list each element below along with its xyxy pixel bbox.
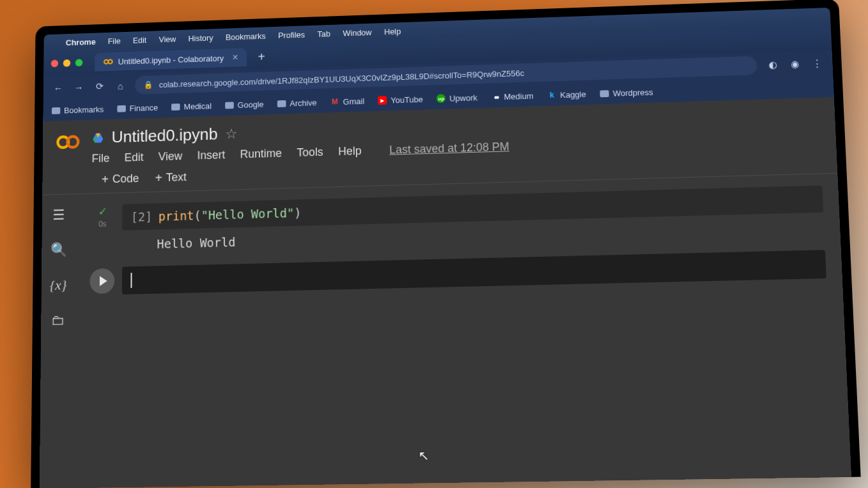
tab-title: Untitled0.ipynb - Colaboratory xyxy=(118,53,224,66)
colab-logo-icon[interactable] xyxy=(55,129,81,156)
folder-icon xyxy=(225,102,234,109)
cell-gutter: ✓ 0s xyxy=(90,204,115,229)
colab-app: Untitled0.ipynb ☆ File Edit View Insert … xyxy=(40,97,851,488)
files-icon[interactable]: 🗀 xyxy=(51,312,65,329)
profile-icon[interactable]: ◉ xyxy=(788,58,802,70)
drive-icon xyxy=(92,132,104,144)
new-tab-button[interactable]: + xyxy=(253,49,270,64)
svg-point-1 xyxy=(108,59,112,64)
macos-menu-view[interactable]: View xyxy=(159,34,176,43)
play-icon xyxy=(99,276,107,286)
tab-close-button[interactable]: × xyxy=(233,52,238,63)
bookmark-google[interactable]: Google xyxy=(225,100,263,110)
colab-menu-help[interactable]: Help xyxy=(338,144,362,158)
bookmark-label: Kaggle xyxy=(560,89,586,100)
bookmark-label: Gmail xyxy=(343,96,364,107)
home-button[interactable]: ⌂ xyxy=(114,80,127,91)
add-text-button[interactable]: +Text xyxy=(155,170,187,185)
upwork-icon: up xyxy=(437,94,446,103)
browser-tab[interactable]: Untitled0.ipynb - Colaboratory × xyxy=(95,48,247,72)
macos-menu-bookmarks[interactable]: Bookmarks xyxy=(226,31,266,42)
add-code-button[interactable]: +Code xyxy=(102,171,139,187)
add-text-label: Text xyxy=(166,171,187,184)
youtube-icon: ▶ xyxy=(378,96,387,105)
macos-app-name[interactable]: Chrome xyxy=(66,37,96,47)
bookmark-label: Finance xyxy=(130,103,159,113)
macos-menu-tab[interactable]: Tab xyxy=(317,29,330,38)
colab-menu-view[interactable]: View xyxy=(159,149,182,163)
bookmark-label: Upwork xyxy=(449,93,477,103)
folder-icon xyxy=(600,90,609,97)
bookmark-finance[interactable]: Finance xyxy=(117,103,158,113)
left-sidebar: ☰ 🔍 {x} 🗀 xyxy=(40,194,75,488)
search-icon[interactable]: 🔍 xyxy=(50,242,66,259)
text-cursor xyxy=(130,273,132,288)
bookmark-label: YouTube xyxy=(391,95,423,105)
code-cell-empty[interactable] xyxy=(89,250,826,295)
table-of-contents-icon[interactable]: ☰ xyxy=(52,207,65,224)
url-text: colab.research.google.com/drive/1RJf82qI… xyxy=(159,68,524,89)
code-cell-executed[interactable]: ✓ 0s [2] print("Hello World") Hello Worl… xyxy=(90,185,825,255)
bookmark-label: Medium xyxy=(504,91,533,101)
bookmark-medical[interactable]: Medical xyxy=(171,101,212,111)
notebook-area: ✓ 0s [2] print("Hello World") Hello Worl… xyxy=(74,174,851,488)
macos-menu-history[interactable]: History xyxy=(188,33,213,43)
bookmark-kaggle[interactable]: kKaggle xyxy=(547,89,586,100)
window-minimize-button[interactable] xyxy=(63,59,71,67)
kaggle-icon: k xyxy=(547,91,556,100)
bookmark-label: Archive xyxy=(290,98,316,108)
window-close-button[interactable] xyxy=(51,60,59,68)
bookmark-label: Medical xyxy=(184,101,212,111)
run-cell-button[interactable] xyxy=(89,268,114,294)
last-saved-status: Last saved at 12:08 PM xyxy=(389,141,509,157)
bookmark-label: Google xyxy=(238,100,264,110)
lock-icon: 🔒 xyxy=(144,80,153,89)
bookmark-upwork[interactable]: upUpwork xyxy=(437,93,477,103)
execution-count: [2] xyxy=(131,210,152,224)
folder-icon xyxy=(117,105,125,112)
traffic-lights xyxy=(51,59,83,67)
bookmark-gmail[interactable]: MGmail xyxy=(330,96,364,107)
bookmark-bookmarks[interactable]: Bookmarks xyxy=(52,104,104,115)
plus-icon: + xyxy=(102,172,109,187)
more-icon[interactable]: ⋮ xyxy=(810,57,823,69)
check-icon: ✓ xyxy=(98,204,107,218)
folder-icon xyxy=(277,100,286,107)
variables-icon[interactable]: {x} xyxy=(50,277,67,293)
macos-menu-edit[interactable]: Edit xyxy=(133,35,146,45)
code-input[interactable] xyxy=(122,250,826,294)
reload-button[interactable]: ⟳ xyxy=(93,80,105,92)
colab-menu-file[interactable]: File xyxy=(92,152,110,165)
folder-icon xyxy=(52,107,60,114)
add-code-label: Code xyxy=(112,172,139,186)
star-button[interactable]: ☆ xyxy=(225,126,238,142)
cell-duration: 0s xyxy=(98,220,106,229)
bookmark-medium[interactable]: ●●Medium xyxy=(491,91,533,102)
folder-icon xyxy=(171,103,180,111)
medium-icon: ●● xyxy=(491,92,500,101)
macos-menu-help[interactable]: Help xyxy=(384,26,401,36)
macos-menu-file[interactable]: File xyxy=(108,36,121,45)
bookmark-label: Bookmarks xyxy=(64,104,104,114)
document-title[interactable]: Untitled0.ipynb xyxy=(111,125,217,147)
gmail-icon: M xyxy=(330,97,339,106)
bookmark-youtube[interactable]: ▶YouTube xyxy=(378,95,423,105)
forward-button[interactable]: → xyxy=(73,82,85,93)
window-maximize-button[interactable] xyxy=(75,59,83,66)
macos-menu-window[interactable]: Window xyxy=(343,27,371,38)
bookmark-label: Wordpress xyxy=(613,87,653,98)
extensions-icon[interactable]: ◐ xyxy=(766,59,779,70)
colab-menu-runtime[interactable]: Runtime xyxy=(240,147,283,161)
macos-menu-profiles[interactable]: Profiles xyxy=(278,30,305,40)
colab-favicon-icon xyxy=(104,57,113,67)
colab-menu-insert[interactable]: Insert xyxy=(197,149,225,163)
plus-icon: + xyxy=(155,171,162,185)
bookmark-wordpress[interactable]: Wordpress xyxy=(600,87,653,98)
bookmark-archive[interactable]: Archive xyxy=(277,98,317,108)
colab-menu-edit[interactable]: Edit xyxy=(125,151,144,164)
code-text: print("Hello World") xyxy=(159,206,302,223)
colab-menu-tools[interactable]: Tools xyxy=(297,146,323,160)
back-button[interactable]: ← xyxy=(52,82,64,93)
